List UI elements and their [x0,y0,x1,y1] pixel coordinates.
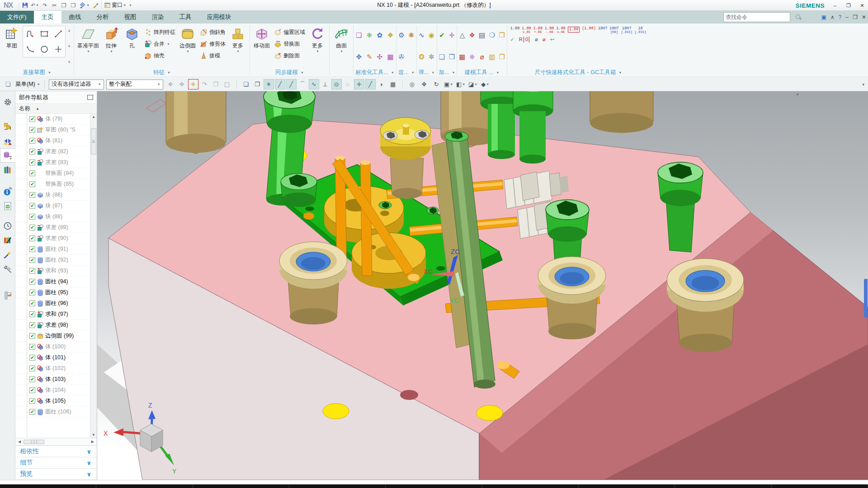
tolerance-style-5[interactable]: 1.00 [568,27,580,33]
tree-row[interactable]: ✔圆柱 (94) [15,277,90,287]
tree-row[interactable]: ✔体 (79) [15,114,90,125]
checkbox-icon[interactable]: ✔ [29,257,35,263]
modeling-tools-group-icon-7[interactable]: ▥ [489,53,495,60]
checkbox-icon[interactable]: ✔ [29,203,35,209]
tree-row[interactable]: ✔替换面 (85) [15,179,90,190]
dim-check-icon[interactable]: ✓ [510,37,514,42]
tree-row[interactable]: ✔体 (102) [15,363,90,374]
replace-face-button[interactable]: 替换面 [272,38,307,50]
orient-view-icon[interactable]: ◪▼ [468,79,478,89]
standard-tools-group-icon-5[interactable]: ✣ [377,53,383,60]
tree-row[interactable]: ✔体 (105) [15,396,90,407]
doc-restore-icon[interactable]: ❐ [853,14,858,20]
checkbox-icon[interactable]: ✔ [29,170,35,176]
standard-tools-group-icon-4[interactable]: ✿ [377,32,383,38]
scroll-thumb[interactable]: ❘❘❘ [24,440,44,444]
point-tool[interactable] [51,42,65,57]
machining-group-icon-2[interactable]: ✛ [449,32,455,38]
app-minimize-button[interactable]: – [832,3,838,8]
checkbox-icon[interactable]: ✔ [29,235,35,241]
rollback-icon[interactable]: ↷ [199,79,210,89]
assembly-navigator-icon[interactable] [1,119,14,134]
arc-tool[interactable] [23,42,37,57]
hd3d-tools-icon[interactable] [1,184,14,199]
snap-center[interactable]: ⊙ [331,79,342,89]
panel-相依性[interactable]: 相依性∨ [15,446,97,457]
spring-group-icon-2[interactable]: ◉ [429,32,434,38]
checkbox-icon[interactable]: ✔ [29,181,35,187]
scroll-thumb[interactable]: ☰ [91,128,96,155]
tree-row[interactable]: ✔圆柱 (95) [15,287,90,298]
tree-row[interactable]: ✔求差 (98) [15,320,90,331]
process-studio-icon[interactable] [1,248,14,262]
datum-plane-button[interactable]: 基准平面▼ [75,25,101,68]
tree-row[interactable]: ✔求差 (89) [15,222,90,233]
roles-gear-icon[interactable] [1,95,14,109]
draft-button[interactable]: 拔模 [198,50,227,61]
command-search[interactable] [723,12,790,22]
tolerance-style-10[interactable]: 10[.015] [635,27,646,34]
tolerance-style-0[interactable]: 1.00 [510,27,519,31]
tree-row[interactable]: ✔块 (88) [15,211,90,222]
rectangle-tool[interactable] [37,26,51,42]
dialog-launcher[interactable]: ▼ [618,71,622,74]
window-panel-icon[interactable] [1,288,14,303]
tolerance-style-9[interactable]: 10H7[.015] [621,27,632,34]
modeling-tools-group-icon-8[interactable]: ❒ [499,32,505,38]
surface-button[interactable]: 曲面▼ [331,25,352,68]
snap-line2[interactable]: ╱ [286,79,297,89]
taskbar-segment[interactable] [579,484,675,488]
trim-body-button[interactable]: 修剪体 [198,38,227,50]
tab-主页[interactable]: 主页 [34,11,61,23]
extrude-button[interactable]: 拉伸▼ [101,25,122,68]
tolerance-style-4[interactable]: 1.00±.08 [556,27,565,34]
app-close-button[interactable]: ✕ [859,3,865,9]
tree-row[interactable]: ✔求差 (90) [15,233,90,244]
tolerance-style-3[interactable]: 1.00-.08 [545,27,554,34]
scroll-left-icon[interactable]: ◀ [18,440,21,444]
dialog-launcher[interactable]: ▼ [48,71,51,74]
panel-细节[interactable]: 细节∨ [15,457,97,469]
snap-quadrant[interactable]: ◌ [343,79,353,89]
wcs-yc-label[interactable]: YC [450,296,459,304]
checkbox-icon[interactable]: ✔ [29,376,35,382]
machining-group-icon-0[interactable]: ✔ [439,32,445,38]
zoom-window-icon[interactable]: ◎ [407,79,417,89]
help-icon[interactable]: ? [839,14,842,20]
web-browser-icon[interactable] [1,199,14,213]
tree-row[interactable]: ✔体 (103) [15,374,90,385]
tree-row[interactable]: ✔求差 (83) [15,157,90,168]
checkbox-icon[interactable]: ✔ [29,116,35,122]
tree-row[interactable]: ✔边倒圆 (99) [15,331,90,342]
move-face-button[interactable]: 移动面 [251,25,272,68]
tree-row[interactable]: ✔体 (104) [15,385,90,396]
edge-blend-button[interactable]: 边倒圆▼ [177,25,198,68]
scroll-up-icon[interactable]: ▲ [90,115,97,119]
tab-工具[interactable]: 工具 [172,11,199,23]
standard-tools-group-icon-3[interactable]: ✎ [367,53,373,60]
snap-normal[interactable]: ⊥ [320,79,330,89]
checkbox-icon[interactable]: ✔ [29,333,35,339]
modeling-tools-group-icon-4[interactable]: ▤ [479,32,485,38]
shell-button[interactable]: 抽壳 [142,50,177,61]
checkbox-icon[interactable]: ✔ [29,149,35,155]
layers-icon[interactable]: ❏ [3,79,13,89]
taskbar-segment[interactable] [482,484,579,488]
chamfer-button[interactable]: 倒斜角 [198,26,227,38]
checkbox-icon[interactable]: ✔ [29,290,35,296]
fit-view-icon[interactable]: ▣▼ [443,79,454,89]
snap-toggle-icon[interactable]: ✛ [188,79,198,89]
checkbox-icon[interactable]: ✔ [29,138,35,144]
interior-select-icon[interactable]: ✥ [177,79,187,89]
gear-group-icon-1[interactable]: ✇ [399,53,405,60]
dialog-launcher[interactable]: ▼ [411,71,415,74]
standard-tools-group-icon-7[interactable]: ▦ [387,53,393,60]
taskbar-segment[interactable] [0,484,96,488]
machining-group-icon-3[interactable]: ❒ [449,53,455,60]
checkbox-icon[interactable]: ✔ [29,225,35,230]
machining-group-icon-1[interactable]: ❑ [439,53,445,60]
render-style-icon[interactable]: ◧▼ [456,79,466,89]
checkbox-icon[interactable]: ✔ [29,387,35,393]
dialog-launcher[interactable]: ▼ [391,71,394,74]
checkbox-icon[interactable]: ✔ [29,192,35,198]
